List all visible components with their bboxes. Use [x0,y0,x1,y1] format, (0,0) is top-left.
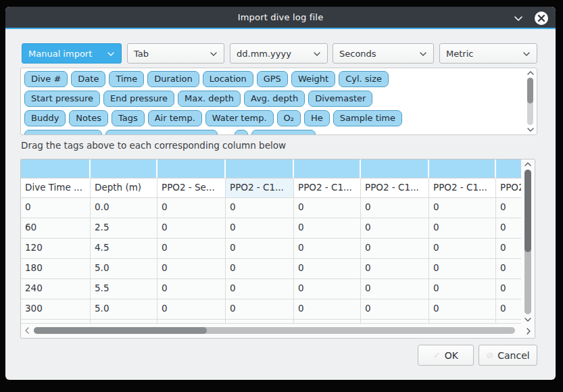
table-cell: 5.0 [91,299,157,320]
titlebar[interactable]: Import dive log file [5,7,556,29]
column-header[interactable]: PPO2 [496,178,521,198]
table-cell: 0 [361,279,429,299]
chevron-right-icon[interactable] [525,327,532,335]
screen-background: Import dive log file Manual import Tab d… [0,0,563,392]
ok-button[interactable]: ✓ OK [418,345,474,366]
table-cell: 0 [21,198,91,218]
tag-air-temp[interactable]: Air temp. [148,110,202,126]
table-cell: 0 [294,198,361,218]
chevron-down-icon[interactable] [524,316,532,323]
table-cell: 5.0 [91,259,157,279]
column-drop-target[interactable] [226,160,294,178]
table-cell: 0 [226,299,294,320]
column-drop-target[interactable] [496,160,521,178]
scrollbar-thumb[interactable] [34,327,207,334]
column-header[interactable]: PPO2 - C1... [294,178,361,198]
table-cell: 0 [157,218,226,239]
table-cell: 0 [157,239,226,259]
tag-time[interactable]: Time [109,71,144,87]
tag-panel-scrollbar[interactable] [525,70,535,133]
table-vertical-scrollbar[interactable] [522,161,534,323]
table-cell: 120 [21,239,91,259]
scrollbar-thumb[interactable] [527,78,533,103]
date-format-value: dd.mm.yyyy [237,49,291,59]
duration-format-select[interactable]: Seconds [333,43,434,64]
tag-notes[interactable]: Notes [69,110,108,126]
tag-clipped[interactable] [105,130,218,135]
table-cell: 300 [21,299,91,320]
column-header[interactable]: PPO2 - C1... [361,178,429,198]
tag-gps[interactable]: GPS [257,71,288,87]
scrollbar-track[interactable] [527,78,533,125]
tag-divemaster[interactable]: Divemaster [308,91,372,107]
table-horizontal-scrollbar[interactable] [24,325,518,336]
tag-duration[interactable]: Duration [147,71,199,87]
tag-dive-number[interactable]: Dive # [24,71,68,87]
header-row: Dive Time ... Depth (m) PPO2 - Se... PPO… [21,178,521,198]
scrollbar-track[interactable] [34,327,515,334]
units-value: Metric [446,49,473,59]
import-dive-log-dialog: Import dive log file Manual import Tab d… [5,7,556,380]
tag-avg-depth[interactable]: Avg. depth [244,91,305,107]
chevron-up-icon[interactable] [524,161,532,168]
tag-he[interactable]: He [304,110,330,126]
tag-location[interactable]: Location [203,71,253,87]
cancel-button[interactable]: ⊘ Cancel [479,345,537,366]
table-cell: 0 [496,218,521,239]
chevron-up-icon[interactable] [527,70,535,76]
tag-sample-time[interactable]: Sample time [333,110,402,126]
tag-row-clipped [24,130,523,135]
tag-clipped[interactable] [24,130,102,135]
tag-tags[interactable]: Tags [112,110,145,126]
chevron-down-icon[interactable] [511,11,526,26]
tag-clipped[interactable] [235,130,248,135]
units-select[interactable]: Metric [439,43,537,64]
tag-o2[interactable]: O₂ [277,110,301,126]
column-header[interactable]: PPO2 - Se... [157,178,226,198]
column-header[interactable]: Depth (m) [91,178,157,198]
tag-weight[interactable]: Weight [291,71,335,87]
tag-cyl-size[interactable]: Cyl. size [339,71,389,87]
tag-start-pressure[interactable]: Start pressure [24,91,100,107]
column-drop-target[interactable] [157,160,226,178]
column-header[interactable]: Dive Time ... [21,178,91,198]
tag-clipped[interactable] [251,130,316,135]
table-cell: 0 [429,279,496,299]
column-drop-target[interactable] [361,160,429,178]
tag-date[interactable]: Date [71,71,105,87]
table-cell: 0 [361,299,429,320]
column-header[interactable]: PPO2 - C1... [429,178,496,198]
column-drop-target[interactable] [294,160,361,178]
table-row-partial [21,320,521,324]
table-cell: 0 [226,279,294,299]
field-separator-select[interactable]: Tab [127,43,224,64]
tag-row: Start pressure End pressure Max. depth A… [24,91,523,107]
tag-max-depth[interactable]: Max. depth [178,91,241,107]
tag-buddy[interactable]: Buddy [24,110,66,126]
column-drop-target[interactable] [429,160,496,178]
chevron-down-icon [522,50,531,58]
import-type-select[interactable]: Manual import [22,43,122,64]
chevron-left-icon[interactable] [24,326,30,335]
chevron-down-icon[interactable] [527,126,535,133]
scrollbar-thumb[interactable] [524,170,531,252]
table-cell: 0 [496,259,521,279]
column-drop-target[interactable] [91,160,157,178]
table-cell [91,320,157,324]
chevron-down-icon [313,50,321,58]
table-cell: 0 [429,239,496,259]
table-cell: 0 [294,239,361,259]
tag-water-temp[interactable]: Water temp. [205,110,274,126]
table-cell: 0 [361,218,429,239]
table-cell: 0 [157,198,226,218]
column-header-highlighted[interactable]: PPO2 - C1... [226,178,294,198]
close-icon[interactable] [534,11,549,26]
table-cell: 180 [21,259,91,279]
table-cell [496,320,521,324]
dialog-title: Import dive log file [238,12,324,22]
column-drop-target[interactable] [21,160,91,178]
table-cell: 0 [226,198,294,218]
scrollbar-track[interactable] [524,170,531,314]
tag-end-pressure[interactable]: End pressure [103,91,174,107]
date-format-select[interactable]: dd.mm.yyyy [230,43,328,64]
